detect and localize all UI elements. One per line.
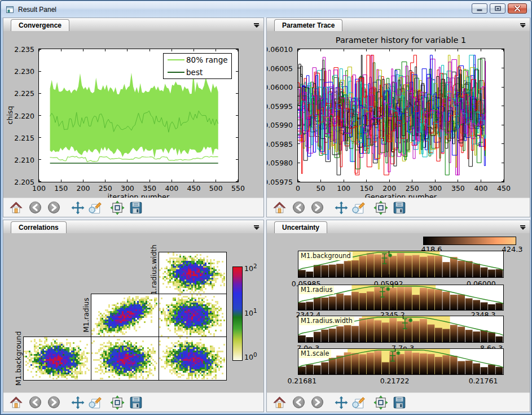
mpl-toolbar: [3, 198, 263, 217]
titlebar[interactable]: Result Panel: [1, 1, 531, 18]
customize-button[interactable]: [350, 200, 366, 216]
tab-list-button[interactable]: [253, 224, 260, 230]
y-axis-ticks: 0.060100.060050.060000.059950.059900.059…: [268, 49, 295, 182]
subplots-button[interactable]: [373, 200, 389, 216]
maximize-button[interactable]: [490, 3, 505, 14]
axes-parameter-trace: [297, 49, 504, 182]
mpl-toolbar: [267, 392, 530, 412]
density-canvas[interactable]: [159, 252, 226, 294]
save-button[interactable]: [128, 395, 144, 410]
density-canvas[interactable]: [159, 294, 226, 337]
pan-button[interactable]: [333, 200, 349, 216]
density-canvas[interactable]: [159, 337, 226, 380]
tick-label: 0.05975: [267, 178, 293, 186]
home-button[interactable]: [271, 200, 287, 216]
tick-label: 2.235: [14, 45, 34, 54]
forward-button[interactable]: [46, 200, 61, 216]
customize-icon: [87, 200, 102, 215]
trace-plot-canvas[interactable]: [298, 49, 504, 182]
density-canvas[interactable]: [91, 294, 159, 337]
pan-button[interactable]: [70, 395, 86, 410]
tab-parameter-trace[interactable]: Parameter Trace: [274, 19, 342, 32]
subplots-button[interactable]: [109, 200, 125, 216]
tab-list-button[interactable]: [253, 22, 260, 28]
minimize-button[interactable]: [472, 3, 487, 14]
tick-label: 450: [497, 184, 511, 193]
density-canvas[interactable]: [24, 337, 91, 380]
tab-label: Convergence: [19, 21, 61, 29]
panel-convergence: Convergence 2.2352.2302.2252.2202.2152.2…: [3, 18, 264, 217]
subplots-icon: [110, 395, 125, 410]
save-button[interactable]: [128, 200, 144, 216]
save-button[interactable]: [392, 395, 407, 410]
parameter-name-chip: M1.radius: [299, 286, 334, 294]
tab-list-icon: [254, 23, 259, 24]
colorbar-tick: 100: [244, 351, 257, 361]
y-axis-ticks: 2.2352.2302.2252.2202.2152.2102.205: [11, 49, 37, 182]
density-panel: [23, 337, 91, 381]
window-title: Result Panel: [18, 6, 56, 14]
panel-parameter-trace: Parameter Trace Parameter history for va…: [266, 18, 530, 217]
home-button[interactable]: [271, 395, 287, 410]
tab-list-button[interactable]: [519, 22, 526, 28]
tick-label: 350: [143, 184, 156, 193]
home-button[interactable]: [8, 395, 24, 410]
tick-label: 150: [360, 184, 373, 193]
legend-swatch-best: [168, 72, 184, 73]
back-button[interactable]: [291, 200, 306, 216]
row-label-background: M1.background: [14, 325, 23, 392]
save-button[interactable]: [392, 200, 407, 216]
customize-button[interactable]: [350, 395, 366, 410]
tick-label: 0.21681: [287, 377, 316, 385]
back-button[interactable]: [27, 395, 43, 410]
customize-button[interactable]: [87, 395, 103, 410]
forward-button[interactable]: [46, 395, 61, 410]
tick-label: 0: [296, 184, 300, 193]
home-button[interactable]: [8, 200, 24, 216]
tick-label: 500: [209, 184, 223, 193]
tab-correlations[interactable]: Correlations: [11, 221, 67, 234]
tick-label: 550: [231, 184, 245, 193]
back-button[interactable]: [291, 395, 306, 410]
subplots-button[interactable]: [373, 395, 389, 410]
colorbar-tick: 101: [244, 307, 257, 317]
parameter-name-chip: M1.background: [299, 252, 353, 260]
back-icon: [28, 200, 42, 215]
pan-button[interactable]: [333, 395, 349, 410]
mpl-toolbar: [3, 392, 263, 412]
pan-button[interactable]: [70, 200, 86, 216]
forward-button[interactable]: [309, 200, 325, 216]
tick-label: 2.210: [14, 155, 34, 164]
pan-icon: [334, 395, 349, 410]
pan-icon: [71, 395, 85, 410]
tick-label: 0.21722: [380, 377, 410, 385]
save-icon: [392, 395, 407, 410]
forward-icon: [47, 395, 61, 409]
customize-icon: [87, 395, 102, 410]
forward-button[interactable]: [309, 395, 325, 410]
forward-icon: [310, 395, 324, 409]
save-icon: [129, 395, 143, 410]
tab-label: Correlations: [19, 224, 59, 231]
figure-parameter-trace: Parameter history for variable 1 0.06010…: [267, 31, 530, 198]
subplots-icon: [373, 200, 388, 215]
density-panel: [159, 337, 227, 381]
tab-list-button[interactable]: [519, 224, 526, 230]
tick-label: 400: [474, 184, 488, 193]
tick-label: 150: [54, 184, 68, 193]
legend: 80% range best: [163, 53, 232, 79]
tab-convergence[interactable]: Convergence: [11, 19, 69, 32]
customize-button[interactable]: [87, 200, 103, 216]
tick-label: 0.05995: [267, 102, 293, 110]
tab-uncertainty[interactable]: Uncertainty: [274, 221, 327, 234]
close-button[interactable]: [508, 3, 527, 14]
home-icon: [9, 395, 23, 409]
maximize-icon: [495, 6, 501, 11]
correlations-colorbar: [232, 267, 243, 361]
density-canvas[interactable]: [91, 337, 159, 380]
back-button[interactable]: [27, 200, 43, 216]
density-panel: [91, 294, 159, 337]
back-icon: [292, 395, 306, 409]
figure-convergence: 2.2352.2302.2252.2202.2152.2102.205 chis…: [3, 31, 263, 198]
subplots-button[interactable]: [109, 395, 125, 410]
